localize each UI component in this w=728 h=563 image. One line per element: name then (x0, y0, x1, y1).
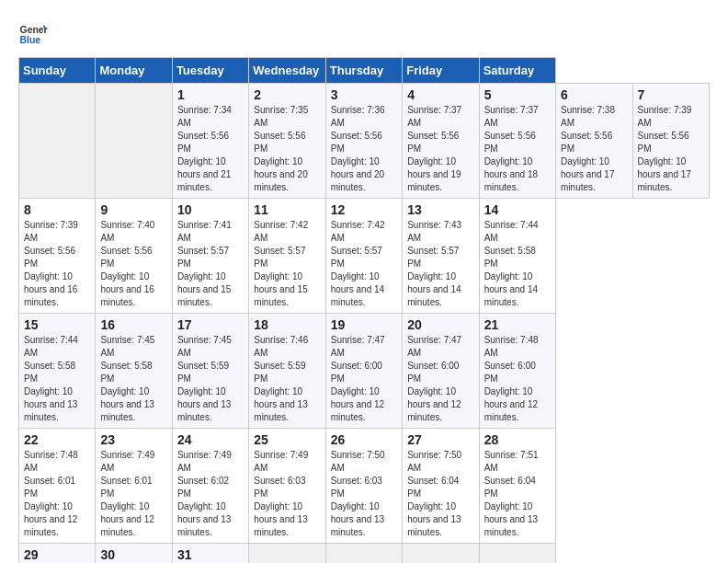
calendar-cell: 8Sunrise: 7:39 AMSunset: 5:56 PMDaylight… (19, 199, 96, 314)
calendar-cell: 16Sunrise: 7:45 AMSunset: 5:58 PMDayligh… (96, 314, 172, 429)
day-number: 3 (331, 87, 397, 102)
calendar-week-1: 1Sunrise: 7:34 AMSunset: 5:56 PMDaylight… (19, 84, 710, 199)
weekday-header-monday: Monday (96, 58, 172, 84)
calendar-cell (96, 84, 172, 199)
calendar-cell: 21Sunrise: 7:48 AMSunset: 6:00 PMDayligh… (479, 314, 555, 429)
calendar-cell: 3Sunrise: 7:36 AMSunset: 5:56 PMDaylight… (325, 84, 402, 199)
day-number: 6 (561, 87, 627, 102)
day-number: 8 (24, 202, 90, 217)
day-number: 10 (177, 202, 244, 217)
calendar-cell: 19Sunrise: 7:47 AMSunset: 6:00 PMDayligh… (325, 314, 402, 429)
day-info: Sunrise: 7:37 AMSunset: 5:56 PMDaylight:… (407, 104, 473, 194)
logo: General Blue (18, 18, 48, 48)
day-number: 18 (254, 317, 320, 332)
day-info: Sunrise: 7:50 AMSunset: 6:03 PMDaylight:… (331, 449, 397, 539)
day-number: 29 (24, 547, 90, 562)
svg-text:Blue: Blue (20, 35, 41, 45)
day-info: Sunrise: 7:50 AMSunset: 6:04 PMDaylight:… (407, 449, 473, 539)
day-info: Sunrise: 7:35 AMSunset: 5:56 PMDaylight:… (254, 104, 320, 194)
day-info: Sunrise: 7:40 AMSunset: 5:56 PMDaylight:… (100, 219, 166, 309)
day-number: 26 (331, 432, 397, 447)
day-number: 5 (484, 87, 551, 102)
calendar-cell: 18Sunrise: 7:46 AMSunset: 5:59 PMDayligh… (249, 314, 325, 429)
day-number: 22 (24, 432, 90, 447)
calendar-week-4: 22Sunrise: 7:48 AMSunset: 6:01 PMDayligh… (19, 429, 710, 544)
day-number: 17 (177, 317, 244, 332)
day-info: Sunrise: 7:44 AMSunset: 5:58 PMDaylight:… (24, 334, 90, 424)
day-info: Sunrise: 7:47 AMSunset: 6:00 PMDaylight:… (407, 334, 473, 424)
weekday-header-wednesday: Wednesday (249, 58, 325, 84)
weekday-header-thursday: Thursday (325, 58, 402, 84)
calendar-week-2: 8Sunrise: 7:39 AMSunset: 5:56 PMDaylight… (19, 199, 710, 314)
day-number: 9 (100, 202, 166, 217)
weekday-header-tuesday: Tuesday (172, 58, 248, 84)
day-number: 25 (254, 432, 320, 447)
calendar-cell: 11Sunrise: 7:42 AMSunset: 5:57 PMDayligh… (249, 199, 325, 314)
day-info: Sunrise: 7:34 AMSunset: 5:56 PMDaylight:… (177, 104, 244, 194)
calendar-week-3: 15Sunrise: 7:44 AMSunset: 5:58 PMDayligh… (19, 314, 710, 429)
calendar-cell: 31Sunrise: 7:51 AMSunset: 6:06 PMDayligh… (172, 544, 248, 564)
calendar-cell (249, 544, 325, 564)
calendar-cell: 1Sunrise: 7:34 AMSunset: 5:56 PMDaylight… (172, 84, 248, 199)
day-info: Sunrise: 7:44 AMSunset: 5:58 PMDaylight:… (484, 219, 551, 309)
day-number: 21 (484, 317, 551, 332)
day-number: 23 (100, 432, 166, 447)
day-number: 13 (407, 202, 473, 217)
day-number: 4 (407, 87, 473, 102)
day-number: 12 (331, 202, 397, 217)
calendar-cell: 15Sunrise: 7:44 AMSunset: 5:58 PMDayligh… (19, 314, 96, 429)
day-info: Sunrise: 7:39 AMSunset: 5:56 PMDaylight:… (24, 219, 90, 309)
weekday-header-saturday: Saturday (479, 58, 555, 84)
day-number: 20 (407, 317, 473, 332)
calendar-week-5: 29Sunrise: 7:51 AMSunset: 6:05 PMDayligh… (19, 544, 710, 564)
day-info: Sunrise: 7:39 AMSunset: 5:56 PMDaylight:… (638, 104, 705, 194)
day-info: Sunrise: 7:43 AMSunset: 5:57 PMDaylight:… (407, 219, 473, 309)
day-number: 27 (407, 432, 473, 447)
calendar-cell: 22Sunrise: 7:48 AMSunset: 6:01 PMDayligh… (19, 429, 96, 544)
day-number: 11 (254, 202, 320, 217)
page-header: General Blue (18, 18, 710, 48)
day-info: Sunrise: 7:47 AMSunset: 6:00 PMDaylight:… (331, 334, 397, 424)
calendar-cell: 23Sunrise: 7:49 AMSunset: 6:01 PMDayligh… (96, 429, 172, 544)
day-info: Sunrise: 7:41 AMSunset: 5:57 PMDaylight:… (177, 219, 244, 309)
calendar-cell: 24Sunrise: 7:49 AMSunset: 6:02 PMDayligh… (172, 429, 248, 544)
day-info: Sunrise: 7:45 AMSunset: 5:59 PMDaylight:… (177, 334, 244, 424)
day-number: 28 (484, 432, 551, 447)
calendar-cell (403, 544, 479, 564)
day-number: 15 (24, 317, 90, 332)
day-info: Sunrise: 7:42 AMSunset: 5:57 PMDaylight:… (331, 219, 397, 309)
day-info: Sunrise: 7:49 AMSunset: 6:02 PMDaylight:… (177, 449, 244, 539)
day-number: 1 (177, 87, 244, 102)
day-number: 31 (177, 547, 244, 562)
calendar-cell: 2Sunrise: 7:35 AMSunset: 5:56 PMDaylight… (249, 84, 325, 199)
weekday-header-friday: Friday (403, 58, 479, 84)
day-number: 19 (331, 317, 397, 332)
day-info: Sunrise: 7:46 AMSunset: 5:59 PMDaylight:… (254, 334, 320, 424)
calendar-cell: 25Sunrise: 7:49 AMSunset: 6:03 PMDayligh… (249, 429, 325, 544)
day-info: Sunrise: 7:49 AMSunset: 6:01 PMDaylight:… (100, 449, 166, 539)
calendar-cell: 14Sunrise: 7:44 AMSunset: 5:58 PMDayligh… (479, 199, 555, 314)
calendar-cell: 26Sunrise: 7:50 AMSunset: 6:03 PMDayligh… (325, 429, 402, 544)
day-info: Sunrise: 7:38 AMSunset: 5:56 PMDaylight:… (561, 104, 627, 194)
day-number: 7 (638, 87, 705, 102)
calendar-cell: 9Sunrise: 7:40 AMSunset: 5:56 PMDaylight… (96, 199, 172, 314)
calendar-cell: 28Sunrise: 7:51 AMSunset: 6:04 PMDayligh… (479, 429, 555, 544)
day-number: 2 (254, 87, 320, 102)
day-number: 24 (177, 432, 244, 447)
calendar-cell: 17Sunrise: 7:45 AMSunset: 5:59 PMDayligh… (172, 314, 248, 429)
calendar-cell: 5Sunrise: 7:37 AMSunset: 5:56 PMDaylight… (479, 84, 555, 199)
calendar-cell: 4Sunrise: 7:37 AMSunset: 5:56 PMDaylight… (403, 84, 479, 199)
day-number: 16 (100, 317, 166, 332)
weekday-header-sunday: Sunday (19, 58, 96, 84)
calendar-cell: 30Sunrise: 7:51 AMSunset: 6:06 PMDayligh… (96, 544, 172, 564)
day-info: Sunrise: 7:36 AMSunset: 5:56 PMDaylight:… (331, 104, 397, 194)
day-info: Sunrise: 7:49 AMSunset: 6:03 PMDaylight:… (254, 449, 320, 539)
calendar-cell: 13Sunrise: 7:43 AMSunset: 5:57 PMDayligh… (403, 199, 479, 314)
weekday-header-row: SundayMondayTuesdayWednesdayThursdayFrid… (19, 58, 710, 84)
calendar-cell: 10Sunrise: 7:41 AMSunset: 5:57 PMDayligh… (172, 199, 248, 314)
day-number: 14 (484, 202, 551, 217)
calendar-cell (19, 84, 96, 199)
calendar-cell: 7Sunrise: 7:39 AMSunset: 5:56 PMDaylight… (632, 84, 710, 199)
calendar-table: SundayMondayTuesdayWednesdayThursdayFrid… (18, 57, 710, 563)
calendar-cell: 29Sunrise: 7:51 AMSunset: 6:05 PMDayligh… (19, 544, 96, 564)
